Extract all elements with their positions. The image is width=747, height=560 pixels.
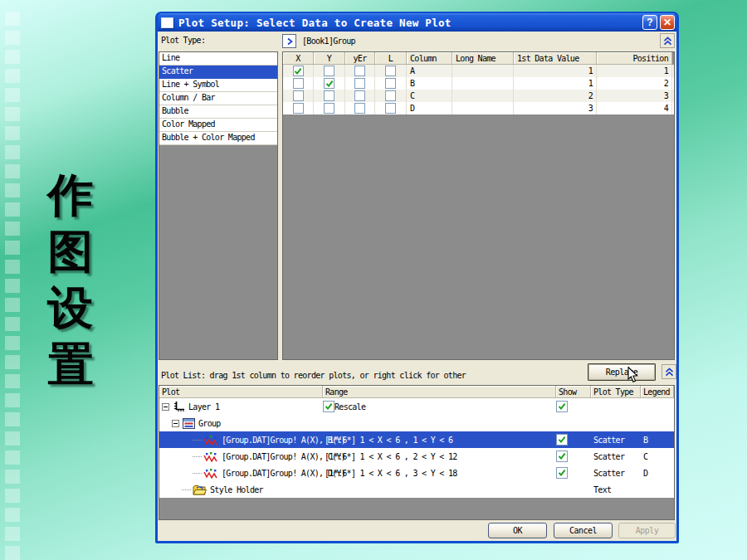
- collapse-minus-icon[interactable]: [162, 403, 169, 411]
- plot-list-row-plot[interactable]: [Group.DAT]Group! A(X), C(Y)[1*:6*] 1 < …: [159, 448, 674, 465]
- dialog-titlebar[interactable]: Plot Setup: Select Data to Create New Pl…: [158, 13, 676, 32]
- collapse-top-button[interactable]: [660, 33, 675, 48]
- data-cell-long-name: [452, 77, 514, 90]
- show-checkbox[interactable]: [556, 401, 568, 412]
- l-designation-checkbox[interactable]: [385, 103, 396, 114]
- yer-designation-checkbox[interactable]: [354, 78, 365, 89]
- data-cell-long-name: [452, 90, 514, 102]
- column-header-1st-data-value[interactable]: 1st Data Value: [514, 52, 597, 65]
- x-designation-checkbox[interactable]: [293, 90, 304, 101]
- show-checkbox[interactable]: [556, 467, 568, 479]
- column-header-l[interactable]: L: [375, 52, 407, 65]
- scatter-plot-icon: [203, 451, 218, 462]
- column-header-x[interactable]: X: [283, 52, 314, 65]
- l-designation-checkbox[interactable]: [385, 78, 396, 89]
- plot-type-item-bubble[interactable]: Bubble: [159, 105, 277, 119]
- show-cell: [556, 434, 591, 446]
- cancel-button[interactable]: Cancel: [554, 523, 613, 538]
- data-row: C23: [283, 90, 674, 102]
- dialog-client-area: Plot Type: [Book1]Group LineScatterLine …: [158, 32, 676, 541]
- sheet-expand-button[interactable]: [282, 34, 296, 48]
- plot-list-header-plot-type[interactable]: Plot Type: [591, 386, 641, 398]
- show-checkbox[interactable]: [556, 450, 568, 462]
- plot-list-row-plot[interactable]: [Group.DAT]Group! A(X), D(Y)[1*:6*] 1 < …: [159, 465, 674, 481]
- plot-type-item-scatter[interactable]: Scatter: [159, 66, 277, 79]
- data-cell-1st-data-value: 1: [514, 77, 597, 90]
- worksheet-icon: [183, 418, 195, 429]
- page-background: 作 图 设 置 Plot Setup: Select Data to Creat…: [0, 0, 747, 560]
- l-designation-checkbox[interactable]: [385, 66, 396, 76]
- data-cell-x: [283, 77, 314, 90]
- plot-type-item-color-mapped[interactable]: Color Mapped: [159, 119, 277, 132]
- tree-connector: [193, 456, 202, 457]
- plot-type-item-column-bar[interactable]: Column / Bar: [159, 92, 277, 105]
- plot-cell: Style Holder: [159, 485, 323, 495]
- collapse-minus-icon[interactable]: [172, 420, 179, 427]
- x-designation-checkbox[interactable]: [293, 66, 304, 76]
- y-designation-checkbox[interactable]: [324, 66, 334, 76]
- plot-list-header-range[interactable]: Range: [323, 386, 556, 398]
- l-designation-checkbox[interactable]: [385, 90, 396, 101]
- plot-type-cell: Scatter: [591, 452, 641, 461]
- y-designation-checkbox[interactable]: [324, 78, 334, 89]
- help-button[interactable]: ?: [642, 15, 657, 30]
- plot-list-label: Group: [198, 419, 221, 428]
- range-cell: [1*:6*] 1 < X < 6 , 3 < Y < 18: [323, 469, 556, 478]
- close-button[interactable]: ✕: [660, 15, 675, 30]
- plot-setup-dialog: Plot Setup: Select Data to Create New Pl…: [155, 12, 679, 543]
- column-header-yer[interactable]: yEr: [345, 52, 375, 65]
- double-chevron-up-icon: [665, 368, 674, 377]
- data-cell-position: 3: [597, 90, 672, 102]
- data-cell-yer: [345, 102, 375, 114]
- plot-list-header-plot[interactable]: Plot: [159, 386, 323, 398]
- plot-type-cell: Text: [591, 485, 641, 494]
- data-cell-y: [314, 90, 345, 102]
- yer-designation-checkbox[interactable]: [354, 103, 365, 114]
- plot-list-header-show[interactable]: Show: [556, 386, 591, 398]
- yer-designation-checkbox[interactable]: [354, 66, 365, 76]
- y-designation-checkbox[interactable]: [324, 103, 334, 114]
- plot-cell: Layer 1: [159, 401, 323, 412]
- plot-type-item-bubble-color-mapped[interactable]: Bubble + Color Mapped: [159, 132, 277, 145]
- plot-cell: [Group.DAT]Group! A(X), C(Y): [159, 451, 323, 462]
- show-checkbox[interactable]: [556, 434, 568, 446]
- data-cell-yer: [345, 90, 375, 102]
- data-table-header-row: XYyErLColumnLong Name1st Data ValuePosit…: [283, 52, 674, 65]
- data-cell-1st-data-value: 1: [514, 65, 597, 77]
- column-header-long-name[interactable]: Long Name: [452, 52, 514, 65]
- data-cell-position: 1: [597, 65, 672, 77]
- replace-button[interactable]: Replace: [588, 363, 656, 381]
- column-header-y[interactable]: Y: [314, 52, 345, 65]
- collapse-bottom-button[interactable]: [662, 364, 676, 379]
- plot-list-row-layer[interactable]: Layer 1Rescale: [159, 398, 674, 415]
- range-cell: [1*:6*] 1 < X < 6 , 1 < Y < 6: [323, 436, 556, 445]
- apply-button[interactable]: Apply: [618, 523, 676, 538]
- plot-type-item-line[interactable]: Line: [159, 52, 277, 66]
- column-header-position[interactable]: Position: [597, 52, 672, 65]
- tree-connector: [193, 473, 202, 474]
- data-cell-l: [375, 102, 407, 114]
- plot-list-header-legend[interactable]: Legend: [641, 386, 674, 398]
- data-cell-long-name: [452, 102, 514, 114]
- plot-cell: [Group.DAT]Group! A(X), B(Y): [159, 435, 323, 446]
- range-cell: Rescale: [323, 401, 556, 412]
- data-cell-long-name: [452, 65, 514, 77]
- y-designation-checkbox[interactable]: [324, 90, 334, 101]
- plot-list-row-group[interactable]: Group: [159, 415, 674, 431]
- x-designation-checkbox[interactable]: [293, 103, 304, 114]
- show-cell: [556, 450, 591, 462]
- data-row: B12: [283, 77, 674, 90]
- data-cell-yer: [345, 77, 375, 90]
- x-designation-checkbox[interactable]: [293, 78, 304, 89]
- data-cell-position: 2: [597, 77, 672, 90]
- range-cell: [1*:6*] 1 < X < 6 , 2 < Y < 12: [323, 452, 556, 461]
- column-header-column[interactable]: Column: [407, 52, 452, 65]
- rescale-checkbox[interactable]: [323, 401, 334, 412]
- plot-list-table: PlotRangeShowPlot TypeLegendLayer 1Resca…: [159, 385, 675, 520]
- plot-type-item-line-symbol[interactable]: Line + Symbol: [159, 79, 277, 92]
- plot-list-row-plot[interactable]: [Group.DAT]Group! A(X), B(Y)[1*:6*] 1 < …: [159, 431, 674, 448]
- plot-list-row-style[interactable]: Style HolderText: [159, 481, 674, 498]
- sheet-name: [Book1]Group: [302, 37, 355, 46]
- ok-button[interactable]: OK: [488, 523, 547, 538]
- yer-designation-checkbox[interactable]: [354, 90, 365, 101]
